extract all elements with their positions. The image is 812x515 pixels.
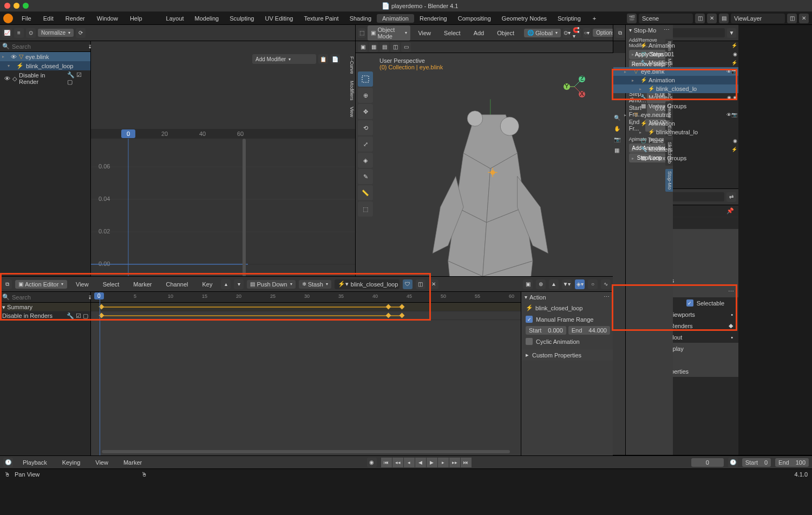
workspace-tab-layout[interactable]: Layout — [161, 14, 189, 23]
ds-menu-key[interactable]: Key — [197, 280, 218, 289]
graph-tab-view[interactable]: View — [348, 105, 355, 119]
jump-start-button[interactable]: ⏮ — [381, 458, 392, 467]
viewport-type-icon[interactable]: ⬚ — [358, 28, 365, 38]
add-fmodifier-dropdown[interactable]: Add Modifier — [252, 54, 316, 64]
ds-cursor-icon[interactable]: ⊕ — [536, 279, 546, 289]
workspace-tab-modeling[interactable]: Modeling — [189, 14, 225, 23]
paste-fmod-icon[interactable]: 📄 — [330, 54, 340, 64]
summary-channel[interactable]: ▾ Summary — [0, 303, 90, 311]
nav-gizmo[interactable]: ZZ Y X — [560, 73, 588, 101]
menu-file[interactable]: File — [16, 14, 37, 23]
minimize-window[interactable] — [14, 3, 19, 9]
viewlayer-icon[interactable]: ▤ — [719, 14, 729, 23]
ds-filter-icon[interactable]: ▼▾ — [562, 279, 572, 289]
stash-button[interactable]: ❄ Stash — [299, 280, 331, 289]
workspace-tab-compositing[interactable]: Compositing — [453, 14, 496, 23]
workspace-tab-shading[interactable]: Shading — [344, 14, 377, 23]
unlink-action-button[interactable]: ✕ — [429, 279, 438, 289]
ds-menu-view[interactable]: View — [70, 280, 94, 289]
outliner-item[interactable]: ▸▢Plane◉ — [613, 136, 738, 145]
menu-window[interactable]: Window — [91, 14, 123, 23]
ds-curve-icon[interactable]: ∿ — [601, 279, 611, 289]
action-end-field[interactable]: End44.000 — [568, 326, 610, 335]
outliner-item[interactable]: ▸▽eye.blink👁📷 — [613, 67, 738, 76]
ds-select-icon[interactable]: ▣ — [523, 279, 533, 289]
props-options-icon[interactable]: ⇄ — [726, 192, 736, 202]
graph-editor-type-dropdown[interactable]: 📈 — [2, 28, 12, 38]
ds-menu-marker[interactable]: Marker — [128, 280, 157, 289]
ds-triangle-icon[interactable]: ▲ — [549, 279, 559, 289]
autokey-toggle[interactable]: ◉ — [367, 458, 377, 467]
end-frame-field[interactable]: End100 — [775, 458, 809, 467]
disable-render-channel[interactable]: Disable in Renders 🔧 ☑ ▢ — [0, 311, 90, 320]
tool-select-box[interactable] — [358, 71, 373, 87]
workspace-tab-rendering[interactable]: Rendering — [414, 14, 453, 23]
dopesheet-view[interactable]: 051015202530354045505560 0 — [91, 292, 521, 455]
marker-menu[interactable]: Marker — [118, 458, 147, 467]
stopmo-panel-header[interactable]: ▾ Stop-Mo⋯ — [626, 25, 673, 35]
pivot-dropdown[interactable]: ⊙▾ — [563, 28, 571, 38]
tool-measure[interactable]: 📏 — [358, 185, 373, 200]
playback-menu[interactable]: Playback — [17, 458, 53, 467]
close-window[interactable] — [4, 3, 10, 9]
select-mode-2[interactable]: ▦ — [369, 42, 378, 52]
workspace-tab-scripting[interactable]: Scripting — [552, 14, 586, 23]
viewlayer-field[interactable]: ViewLayer — [731, 14, 785, 23]
frame-prev-button[interactable]: ◂ — [404, 458, 415, 467]
action-name-field[interactable]: ⚡▾ blink_closed_loop — [335, 279, 400, 289]
workspace-tab-uv-editing[interactable]: UV Editing — [259, 14, 298, 23]
transform-orientation[interactable]: 🌐 Global — [524, 29, 561, 37]
new-viewlayer-button[interactable]: ◫ — [787, 14, 797, 23]
ds-proportional[interactable]: ○ — [588, 279, 598, 289]
workspace-tab-texture-paint[interactable]: Texture Paint — [298, 14, 344, 23]
select-mode-3[interactable]: ▤ — [379, 42, 389, 52]
outliner-item[interactable]: ▸⚡blink_neutral_lo — [613, 128, 738, 136]
outliner-item[interactable]: ▸▽eye.neutral👁📷 — [613, 110, 738, 119]
snap-dropdown[interactable]: 🧲▾ — [573, 28, 580, 38]
workspace-tab-sculpting[interactable]: Sculpting — [224, 14, 259, 23]
action-editor-dropdown[interactable]: ▣ Action Editor — [15, 280, 67, 289]
vp-menu-select[interactable]: Select — [438, 29, 466, 37]
graph-channel-eye-blink[interactable]: ▸👁 ▽ eye.blink — [0, 52, 90, 61]
scene-icon[interactable]: 🎬 — [627, 14, 637, 23]
graph-search-input[interactable] — [12, 43, 87, 50]
selectable-checkbox[interactable]: ✓ — [686, 299, 693, 307]
tool-transform[interactable]: ◈ — [358, 153, 373, 168]
normalize-toggle[interactable]: Normalize — [38, 29, 74, 37]
scene-field[interactable]: Scene — [639, 14, 693, 23]
graph-channel-disable-render[interactable]: 👁◇ Disable in Render 🔧 ☑ ▢ — [0, 70, 90, 87]
manual-range-checkbox[interactable]: ✓ — [526, 316, 533, 323]
frame-next-button[interactable]: ▸ — [438, 458, 449, 467]
vp-menu-add[interactable]: Add — [468, 29, 490, 37]
tool-scale[interactable]: ⤢ — [358, 136, 373, 152]
proportional-edit[interactable]: ○▾ — [583, 28, 591, 38]
ds-search-input[interactable] — [12, 294, 87, 301]
menu-edit[interactable]: Edit — [38, 14, 59, 23]
action-panel-header[interactable]: ▾ Action⋯ — [521, 292, 613, 302]
outliner-item[interactable]: ▸⚡Animation — [613, 76, 738, 84]
refresh-icon[interactable]: ⟳ — [76, 28, 86, 38]
delete-scene-button[interactable]: ✕ — [707, 14, 717, 23]
tool-annotate[interactable]: ✎ — [358, 169, 373, 184]
action-start-field[interactable]: Start0.000 — [526, 326, 566, 335]
action-custom-props[interactable]: ▸ Custom Properties — [521, 349, 613, 361]
ds-show-errors[interactable]: ◈▾ — [575, 279, 585, 289]
ds-menu-channel[interactable]: Channel — [160, 280, 193, 289]
keying-menu[interactable]: Keying — [57, 458, 86, 467]
ds-sort-icon-2[interactable]: ▾ — [234, 279, 244, 289]
delete-viewlayer-button[interactable]: ✕ — [799, 14, 809, 23]
playhead-frame[interactable]: 0 — [94, 292, 104, 299]
start-frame-field[interactable]: Start0 — [742, 458, 771, 467]
ds-scrollbar[interactable] — [102, 450, 510, 453]
outliner-item[interactable]: ▸⚡Animation⚡ — [613, 41, 738, 50]
pivot-icon[interactable]: ⊙ — [26, 28, 36, 38]
keyframe-prev-button[interactable]: ◂◂ — [392, 458, 403, 467]
new-scene-button[interactable]: ◫ — [695, 14, 705, 23]
filter-icon[interactable]: ▼ — [727, 28, 736, 38]
select-mode-4[interactable]: ◫ — [390, 42, 400, 52]
outliner-item[interactable]: ▸🔧Modifiers◉ ◉ — [613, 93, 738, 102]
object-mode-dropdown[interactable]: ▣ Object Mode — [368, 25, 410, 41]
graph-tab-fcurve[interactable]: F-Curve — [348, 54, 355, 76]
render-track[interactable] — [91, 311, 521, 320]
timeline-type-icon[interactable]: 🕐 — [3, 458, 13, 467]
